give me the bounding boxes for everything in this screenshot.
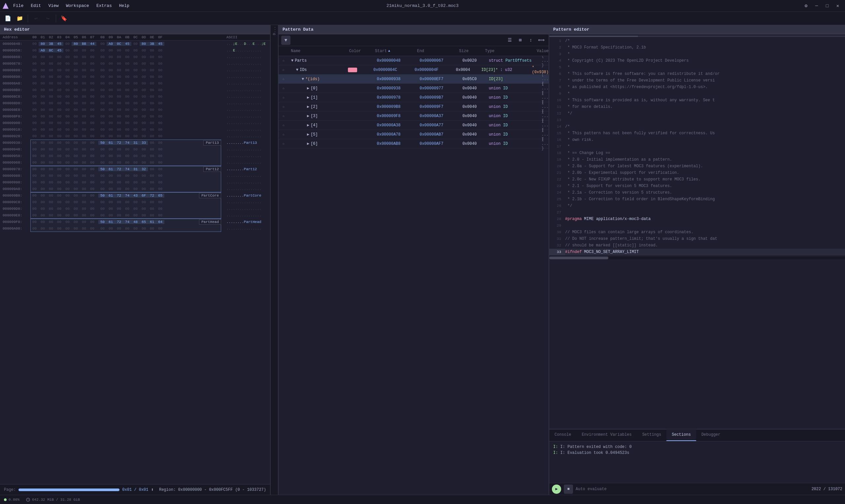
menu-workspace[interactable]: Workspace (64, 2, 92, 10)
menu-help[interactable]: Help (117, 2, 132, 10)
page-label: Page: (4, 487, 16, 492)
table-row[interactable]: ☆ ▼ Parts 0x00000048 0x00000067 0x0020 s… (279, 56, 549, 65)
sort-button[interactable]: ↕ (526, 36, 535, 45)
row-start: 0x00000A78 (374, 132, 417, 137)
close-button[interactable]: ✕ (833, 1, 842, 11)
undo-button[interactable]: ↩ (31, 13, 41, 24)
row-name: ▶ [4] (288, 123, 348, 128)
star-icon[interactable]: ☆ (279, 132, 288, 137)
hex-row[interactable]: 000008F0:0000000000000000000000000000000… (0, 113, 270, 120)
row-start: 0x00000978 (374, 95, 417, 100)
code-line-10: 10 * This software is provided as is, wi… (549, 97, 845, 104)
hex-row[interactable]: 000009E0:0000000000000000000000000000000… (0, 212, 270, 219)
hex-row[interactable]: 00000890:0000000000000000000000000000000… (0, 74, 270, 80)
star-icon[interactable]: ☆ (279, 76, 288, 82)
hex-row[interactable]: 00000990:0000000000000000000000000000000… (0, 179, 270, 186)
row-end: 0x00000A77 (417, 123, 460, 128)
code-line-5: 5 * (549, 64, 845, 71)
d-panel-label: D... (272, 26, 276, 35)
table-row[interactable]: ☆ ▶ [2] 0x000009B8 0x000009F7 0x0040 uni… (279, 102, 549, 111)
star-icon[interactable]: ☆ (279, 58, 288, 63)
row-start: 0x000009F8 (374, 114, 417, 119)
star-icon[interactable]: ☆ (279, 123, 288, 128)
settings-button[interactable]: ⚙ (802, 1, 811, 11)
collapse-all-button[interactable]: ☰ (505, 36, 514, 45)
table-row[interactable]: ☆ ▶ [5] 0x00000A78 0x00000AB7 0x0040 uni… (279, 130, 549, 139)
hex-row[interactable]: 00000970:0000000000000000506172743132000… (0, 166, 270, 173)
hex-row[interactable]: 00000920:0000000000000000000000000000000… (0, 133, 270, 140)
hex-row[interactable]: 00000980:0000000000000000000000000000000… (0, 173, 270, 179)
hex-rows-container: 00000840:00803B450080BB4400A00C4500803B4… (0, 40, 270, 484)
star-icon[interactable]: ☆ (279, 113, 288, 119)
run-button[interactable]: ▶ (552, 485, 561, 494)
table-row[interactable]: ☆ ▶ [6] 0x00000AB8 0x00000AF7 0x0040 uni… (279, 139, 549, 148)
row-size: 0x0040 (460, 95, 486, 100)
hex-row[interactable]: 000009C0:0000000000000000000000000000000… (0, 199, 270, 205)
table-row[interactable]: ☆ ▼ IDs 0x0000004C 0x0000004F 0x0004 ID[… (279, 65, 549, 74)
status-bar: 0.00% 642.32 MiB / 31.28 GiB (0, 495, 845, 504)
menu-view[interactable]: View (46, 2, 61, 10)
row-end: 0x00000A37 (417, 114, 460, 119)
table-row[interactable]: ☆ ▶ [3] 0x000009F8 0x00000A37 0x0040 uni… (279, 111, 549, 121)
hex-row[interactable]: 00000A00:0000000000000000000000000000000… (0, 225, 270, 232)
hex-row[interactable]: 00000950:0000000000000000000000000000000… (0, 153, 270, 159)
filter-button[interactable]: ▼ (281, 36, 291, 45)
hex-row[interactable]: 000009F0:0000000000000000506172744865616… (0, 219, 270, 225)
hex-row[interactable]: 00000870:0000000000000000000000000000000… (0, 60, 270, 67)
hex-row[interactable]: 000008C0:0000000000000000000000000000000… (0, 93, 270, 100)
minimize-button[interactable]: ─ (812, 1, 821, 11)
hex-row[interactable]: 00000940:0000000000000000000000000000000… (0, 146, 270, 153)
code-line-28: 28 #pragma MIME application/x-moc3-data (549, 216, 845, 222)
tab-console[interactable]: Console (549, 429, 576, 441)
hex-row[interactable]: 00000860:0000000000000000000000000000000… (0, 54, 270, 60)
tab-settings[interactable]: Settings (637, 429, 667, 441)
redo-button[interactable]: ↪ (42, 13, 53, 24)
hex-row[interactable]: 00000850:00A08C4500000000000000000000000… (0, 47, 270, 54)
hex-row[interactable]: 000008D0:0000000000000000000000000000000… (0, 100, 270, 107)
fit-columns-button[interactable]: ⟺ (537, 36, 546, 45)
hex-row[interactable]: 00000910:0000000000000000000000000000000… (0, 126, 270, 133)
hex-row[interactable]: 00000840:00803B450080BB4400A00C4500803B4… (0, 40, 270, 47)
hex-row[interactable]: 000008A0:0000000000000000000000000000000… (0, 80, 270, 87)
hex-row[interactable]: 000009D0:0000000000000000000000000000000… (0, 205, 270, 212)
menu-edit[interactable]: Edit (28, 2, 43, 10)
open-file-button[interactable]: 📁 (15, 13, 25, 24)
star-icon[interactable]: ☆ (279, 86, 288, 91)
menu-extras[interactable]: Extras (94, 2, 115, 10)
menu-file[interactable]: File (11, 2, 26, 10)
hex-row[interactable]: 000008E0:0000000000000000000000000000000… (0, 107, 270, 113)
hex-row[interactable]: 000008B0:0000000000000000000000000000000… (0, 87, 270, 93)
tab-environment-variables[interactable]: Environment Variables (576, 429, 637, 441)
code-editor[interactable]: 1 /* 2 * MOC3 Format Specification, 2.1b… (549, 34, 845, 429)
bookmark-button[interactable]: 🔖 (59, 13, 69, 24)
unfold-icon[interactable]: ⬆ (151, 487, 154, 492)
row-end: 0x00000AF7 (417, 142, 460, 146)
row-size: 0x0040 (460, 114, 486, 119)
hex-row[interactable]: 00000930:0000000000000000506172743133000… (0, 140, 270, 146)
star-icon[interactable]: ☆ (279, 67, 288, 72)
tab-sections[interactable]: Sections (666, 429, 696, 441)
hex-row[interactable]: 00000900:0000000000000000000000000000000… (0, 120, 270, 126)
row-type: union ID (486, 114, 539, 119)
table-row[interactable]: ☆ ▶ [0] 0x00000938 0x00000977 0x0040 uni… (279, 84, 549, 93)
star-icon[interactable]: ☆ (279, 104, 288, 109)
hex-row[interactable]: 00000960:0000000000000000000000000000000… (0, 159, 270, 166)
scrollbar-top[interactable] (549, 36, 845, 37)
row-size: 0x05C0 (460, 77, 486, 82)
expand-all-button[interactable]: ⊞ (515, 36, 525, 45)
hex-row[interactable]: 000009B0:000000000000000050617274436F726… (0, 192, 270, 199)
hex-row[interactable]: 00000880:0000000000000000000000000000000… (0, 67, 270, 74)
table-row[interactable]: ☆ ▶ [1] 0x00000978 0x000009B7 0x0040 uni… (279, 93, 549, 102)
tab-debugger[interactable]: Debugger (696, 429, 726, 441)
table-row[interactable]: ☆ ▼ *(ids) 0x00000938 0x00000EF7 0x05C0 … (279, 74, 549, 84)
maximize-button[interactable]: □ (823, 1, 832, 11)
page-progress-bar[interactable] (18, 488, 120, 491)
hex-row[interactable]: 000009A0:0000000000000000000000000000000… (0, 186, 270, 192)
table-row[interactable]: ☆ ▶ [4] 0x00000A38 0x00000A77 0x0040 uni… (279, 121, 549, 130)
new-file-button[interactable]: 📄 (3, 13, 13, 24)
stop-button[interactable]: ■ (564, 485, 573, 494)
horizontal-scrollbar[interactable] (549, 257, 845, 259)
toolbar: 📄 📁 ↩ ↪ 🔖 (0, 12, 845, 25)
star-icon[interactable]: ☆ (279, 141, 288, 146)
star-icon[interactable]: ☆ (279, 95, 288, 100)
